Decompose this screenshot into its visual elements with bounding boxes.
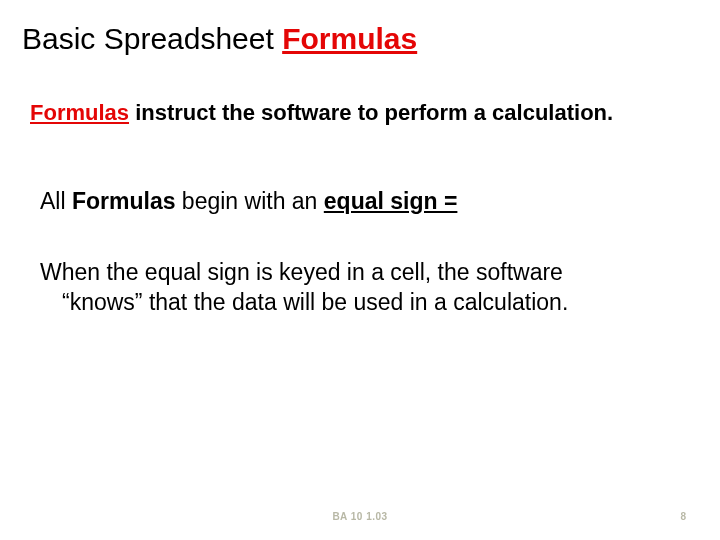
t4: equal sign =: [324, 188, 458, 214]
para-line2: “knows” that the data will be used in a …: [40, 288, 680, 318]
page-number: 8: [680, 511, 686, 522]
para-line1: When the equal sign is keyed in a cell, …: [40, 259, 563, 285]
t2: Formulas: [72, 188, 176, 214]
footer-code: BA 10 1.03: [0, 511, 720, 522]
title-highlight: Formulas: [282, 22, 417, 55]
slide: Basic Spreadsheet Formulas Formulas inst…: [0, 0, 720, 540]
explanation-paragraph: When the equal sign is keyed in a cell, …: [40, 258, 680, 318]
definition-highlight: Formulas: [30, 100, 129, 125]
definition-rest: instruct the software to perform a calcu…: [129, 100, 613, 125]
equal-sign-line: All Formulas begin with an equal sign =: [40, 188, 680, 215]
t3: begin with an: [175, 188, 323, 214]
slide-title: Basic Spreadsheet Formulas: [22, 22, 417, 56]
t1: All: [40, 188, 72, 214]
definition-line: Formulas instruct the software to perfor…: [30, 100, 680, 126]
title-prefix: Basic Spreadsheet: [22, 22, 282, 55]
